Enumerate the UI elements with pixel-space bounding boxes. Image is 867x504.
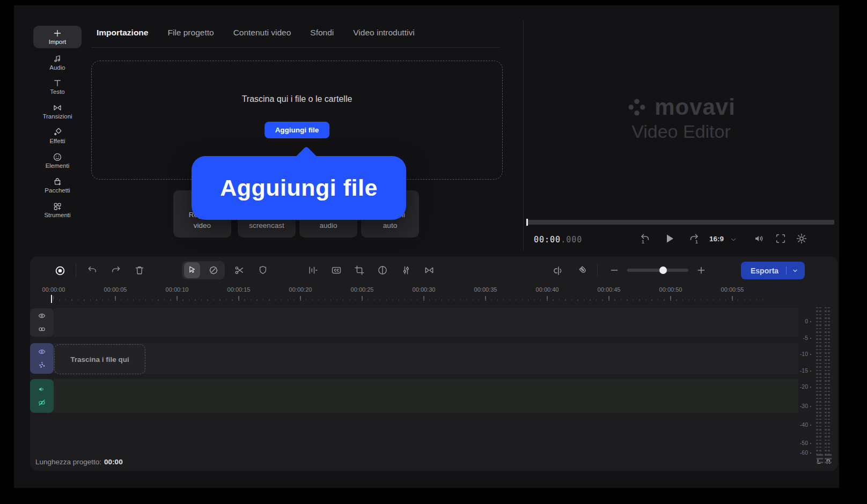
sidebar-item-pacchetti[interactable]: Pacchetti [33, 174, 82, 197]
level-meter-left [816, 307, 821, 456]
record-button-label: screencast [249, 220, 284, 231]
preview-watermark: movavi Video Editor [523, 94, 839, 142]
sidebar-item-audio[interactable]: Audio [33, 51, 82, 74]
cursor-tool-icon[interactable] [187, 265, 197, 276]
db-label: -60 [788, 449, 811, 456]
sidebar-item-testo[interactable]: Testo [33, 76, 82, 98]
sidebar-item-label: Pacchetti [45, 188, 70, 194]
scissors-icon[interactable] [234, 265, 245, 276]
eye-icon[interactable] [38, 347, 46, 356]
chevron-down-icon[interactable] [730, 236, 737, 243]
export-label: Esporta [741, 266, 778, 275]
sidebar-item-label: Elementi [46, 163, 70, 169]
tab-file-progetto[interactable]: File progetto [167, 28, 214, 38]
eye-icon[interactable] [38, 312, 46, 320]
tab-video-introduttivi[interactable]: Video introduttivi [353, 28, 414, 38]
track-dropzone-text: Trascina i file qui [70, 355, 129, 364]
ruler-label: 00:00:35 [474, 286, 497, 293]
mixer-levels-icon[interactable] [817, 454, 832, 465]
video-track[interactable] [54, 343, 798, 374]
add-file-button[interactable]: Aggiungi file [264, 122, 330, 138]
preview-seekbar[interactable] [526, 220, 834, 225]
record-button-label: auto [383, 220, 397, 231]
coachmark-tooltip: Agguiungi file [192, 156, 406, 220]
captions-icon[interactable] [331, 265, 342, 276]
ruler-label: 00:00:15 [227, 286, 251, 293]
chevron-down-icon[interactable] [792, 268, 798, 274]
logo-subtitle: Video Editor [523, 121, 839, 142]
ruler-label: 00:00:20 [289, 286, 312, 293]
zoom-out-icon[interactable] [609, 265, 619, 275]
trash-icon[interactable] [134, 265, 145, 276]
link-icon[interactable] [38, 325, 46, 333]
redo-icon[interactable] [111, 265, 121, 276]
db-label: -40 [788, 421, 811, 428]
tab-importazione[interactable]: Importazione [97, 28, 148, 38]
sidebar-item-import[interactable]: Import [33, 26, 82, 48]
audio-track[interactable] [54, 379, 798, 413]
ruler-minor-ticks[interactable] [53, 299, 767, 301]
magnet-icon[interactable] [578, 265, 590, 277]
video-track-header [30, 343, 54, 374]
track-dropzone[interactable]: Trascina i file qui [54, 344, 145, 374]
sidebar-item-effetti[interactable]: Effetti [33, 125, 82, 147]
aspect-ratio-select[interactable]: 16:9 [709, 235, 724, 243]
sidebar-item-label: Audio [49, 65, 65, 71]
skip-back-icon[interactable]: 1 [638, 233, 651, 246]
speaker-icon[interactable] [38, 385, 46, 394]
db-label: 0 [788, 318, 811, 324]
export-button[interactable]: Esporta [741, 262, 805, 279]
toolbar-divider [597, 264, 598, 277]
timecode-ms: .000 [561, 235, 582, 244]
timecode-main: 00:00 [534, 235, 561, 244]
skip-forward-icon[interactable]: 1 [688, 233, 701, 246]
sliders-icon[interactable] [401, 265, 412, 276]
tab-sfondi[interactable]: Sfondi [310, 28, 334, 38]
ruler-label: 00:00:50 [659, 286, 682, 293]
sidebar-item-transizioni[interactable]: Transizioni [33, 100, 82, 123]
coachmark-text: Agguiungi file [220, 175, 378, 201]
mixer-icon[interactable] [553, 265, 564, 277]
music-note-icon [53, 54, 62, 64]
zoom-in-icon[interactable] [696, 265, 706, 275]
play-icon[interactable] [663, 232, 676, 245]
timeline-zoom-slider[interactable] [627, 269, 688, 272]
zoom-slider-knob[interactable] [659, 266, 667, 274]
effects-dots-icon[interactable] [38, 361, 46, 369]
volume-icon[interactable] [753, 233, 765, 244]
toolbar-divider [76, 264, 76, 277]
contrast-icon[interactable] [377, 265, 388, 276]
tab-contenuti-video[interactable]: Contenuti video [233, 28, 291, 38]
shield-icon[interactable] [258, 265, 268, 276]
grid-plus-icon [53, 202, 62, 211]
undo-icon[interactable] [87, 265, 98, 276]
svg-text:1: 1 [695, 239, 698, 244]
record-icon[interactable] [54, 265, 66, 277]
movavi-video-editor-window: Import Audio Testo Transizioni Effetti E… [0, 0, 867, 504]
preview-timecode: 00:00.000 [534, 235, 582, 244]
text-icon [53, 78, 62, 88]
db-label: -15 [788, 367, 811, 374]
fullscreen-icon[interactable] [775, 233, 787, 244]
record-button-label: video [194, 220, 211, 231]
overlay-track[interactable] [54, 308, 798, 337]
seekbar-playhead[interactable] [526, 219, 528, 226]
overlay-track-header [30, 308, 54, 337]
ruler-label: 00:00:05 [104, 286, 127, 293]
unlink-icon[interactable] [38, 398, 46, 407]
ruler-label: 00:00:55 [721, 286, 744, 293]
project-length-status: Lunghezza progetto:00:00 [35, 458, 123, 466]
level-meter-right [825, 307, 830, 456]
db-label: -5 [788, 335, 811, 341]
transition-icon[interactable] [424, 265, 435, 276]
gear-icon[interactable] [796, 233, 807, 244]
sidebar-item-label: Transizioni [42, 114, 72, 120]
sidebar-item-strumenti[interactable]: Strumenti [33, 199, 82, 221]
audio-levels-icon[interactable] [307, 265, 318, 276]
sidebar-item-elementi[interactable]: Elementi [33, 150, 82, 172]
db-label: -10 [788, 351, 811, 357]
timeline-playhead[interactable] [51, 295, 52, 303]
marker-tool-icon[interactable] [208, 265, 219, 276]
crop-icon[interactable] [354, 265, 365, 276]
export-button-divider [786, 266, 787, 275]
